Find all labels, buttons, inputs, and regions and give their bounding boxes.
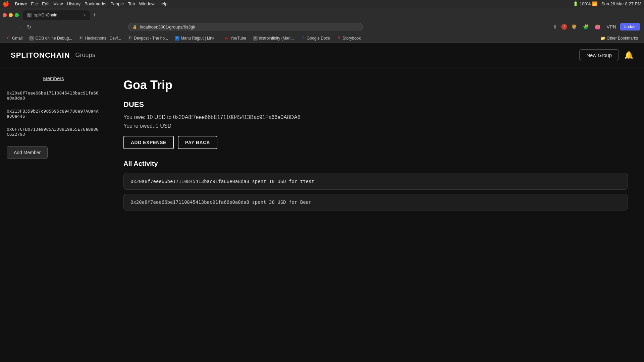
menu-edit[interactable]: Edit — [42, 1, 49, 6]
members-section-title[interactable]: Members — [7, 75, 100, 81]
menu-file[interactable]: File — [31, 1, 38, 6]
menu-tab[interactable]: Tab — [128, 1, 135, 6]
member-address-3: 0x6F7CFD0713e9985A3D8919855E76a8988C6227… — [7, 125, 100, 138]
new-group-btn[interactable]: New Group — [579, 49, 619, 61]
googledocs-icon: G — [301, 36, 305, 41]
content-area: Goa Trip DUES You owe: 10 USD to 0x20A8f… — [107, 67, 644, 362]
nav-bar: ← → ↻ 🔒 localhost:3001/groups/6s3gk ⇧ 2 … — [0, 20, 644, 34]
you-owe-text: You owe: 10 USD to 0x20A8f7eee66bE171108… — [123, 114, 628, 120]
main-layout: Members 0x20a8f7eee66be17110845413bac91f… — [0, 67, 644, 362]
shield-badge[interactable]: 2 — [561, 24, 567, 30]
active-tab[interactable]: S splitOnChain × — [23, 10, 90, 20]
member-address-1: 0x20a8f7eee66be17110845413bac91fa66e0a8d… — [7, 89, 100, 102]
header-right: New Group 🔔 — [579, 49, 633, 61]
maximize-window-btn[interactable] — [15, 13, 19, 17]
menu-help[interactable]: Help — [159, 1, 168, 6]
app-wrapper: SPLITONCHAIN Groups New Group 🔔 Members … — [0, 43, 644, 362]
lock-icon: 🔒 — [132, 25, 137, 29]
devpost-icon: D — [128, 36, 132, 41]
storybook-icon: S — [337, 36, 341, 41]
traffic-lights — [3, 13, 19, 17]
activity-item-1: 0x20a8f7eee66be17110845413bac91fa66e0a8d… — [123, 173, 628, 190]
bookmarks-bar: G Gmail G GDB online Debug... H Hackatho… — [0, 34, 644, 43]
menu-view[interactable]: View — [54, 1, 63, 6]
menu-app[interactable]: Brave — [15, 1, 27, 6]
member-address-2: 0x213FB359b27c905695c894788e97A0a4Aa80e4… — [7, 107, 100, 120]
app-brand: SPLITONCHAIN Groups — [11, 51, 95, 60]
bookmark-storybook[interactable]: S Storybook — [335, 35, 363, 41]
all-activity-title: All Activity — [123, 160, 628, 168]
add-expense-btn[interactable]: ADD EXPENSE — [123, 136, 174, 149]
nav-right-icons: ⇧ 2 🦁 🧩 👛 VPN Update — [551, 23, 640, 31]
add-member-btn[interactable]: Add Member — [7, 146, 48, 159]
back-btn[interactable]: ← — [4, 22, 12, 31]
manu-icon: in — [175, 36, 179, 41]
vpn-btn[interactable]: VPN — [604, 23, 618, 31]
folder-icon: 📁 — [600, 36, 605, 41]
menu-bookmarks[interactable]: Bookmarks — [85, 1, 106, 6]
tab-bar: S splitOnChain × + — [0, 8, 644, 20]
menu-bar: 🍎 Brave File Edit View History Bookmarks… — [0, 0, 644, 8]
bookmark-gmail[interactable]: G Gmail — [4, 35, 24, 41]
bookmark-googledocs[interactable]: G Google Docs — [299, 35, 332, 41]
new-tab-btn[interactable]: + — [91, 12, 98, 19]
menu-window[interactable]: Window — [139, 1, 154, 6]
reload-btn[interactable]: ↻ — [25, 22, 33, 32]
dues-actions: ADD EXPENSE PAY BACK — [123, 136, 628, 149]
activity-item-2: 0x20a8f7eee66be17110845413bac91fa66e0a8d… — [123, 194, 628, 210]
app-header: SPLITONCHAIN Groups New Group 🔔 — [0, 43, 644, 67]
extensions-btn[interactable]: 🧩 — [581, 23, 591, 31]
sidebar: Members 0x20a8f7eee66be17110845413bac91f… — [0, 67, 107, 362]
dues-info: You owe: 10 USD to 0x20A8f7eee66bE171108… — [123, 114, 628, 129]
brand-name: SPLITONCHAIN — [11, 51, 70, 60]
menu-history[interactable]: History — [67, 1, 80, 6]
bookmark-devpost[interactable]: D Devpost - The ho... — [126, 35, 170, 41]
apple-menu[interactable]: 🍎 — [3, 1, 9, 7]
browser-chrome: S splitOnChain × + ← → ↻ 🔒 localhost:300… — [0, 8, 644, 43]
bookmark-gdb[interactable]: G GDB online Debug... — [27, 35, 74, 41]
youre-owed-text: You're owed: 0 USD — [123, 123, 628, 129]
clock: Sun 26 Mar 8:27 PM — [601, 1, 641, 6]
dues-title: DUES — [123, 100, 628, 109]
group-title: Goa Trip — [123, 78, 628, 92]
gdb-icon: G — [29, 36, 34, 41]
bell-icon[interactable]: 🔔 — [624, 51, 633, 60]
distro-icon: d — [253, 36, 258, 41]
bookmark-youtube[interactable]: ▶ YouTube — [222, 35, 248, 41]
update-btn[interactable]: Update — [620, 23, 640, 31]
close-window-btn[interactable] — [3, 13, 7, 17]
menu-people[interactable]: People — [110, 1, 124, 6]
youtube-icon: ▶ — [224, 36, 229, 41]
brand-page: Groups — [75, 52, 95, 59]
pay-back-btn[interactable]: PAY BACK — [178, 136, 218, 149]
bookmark-other[interactable]: 📁 Other Bookmarks — [598, 35, 640, 41]
status-icons: 🔋 100% 📶 — [573, 1, 597, 6]
brave-icon-btn[interactable]: 🦁 — [569, 23, 579, 31]
url-text: localhost:3001/groups/6s3gk — [140, 24, 359, 29]
bookmark-distro[interactable]: d distroinfinity (Man... — [251, 35, 296, 41]
forward-btn[interactable]: → — [15, 22, 23, 31]
bookmark-hackathons[interactable]: H Hackathons | Devf... — [77, 35, 123, 41]
hackathons-icon: H — [79, 36, 84, 41]
share-btn[interactable]: ⇧ — [551, 23, 559, 31]
bookmark-manu[interactable]: in Manu Rajput | Link... — [173, 35, 220, 41]
tab-title: splitOnChain — [34, 13, 57, 17]
tab-favicon: S — [27, 13, 32, 17]
address-bar[interactable]: 🔒 localhost:3001/groups/6s3gk — [128, 23, 363, 31]
wallet-btn[interactable]: 👛 — [593, 23, 602, 31]
minimize-window-btn[interactable] — [9, 13, 13, 17]
tab-close-btn[interactable]: × — [83, 12, 86, 18]
gmail-icon: G — [6, 36, 11, 41]
